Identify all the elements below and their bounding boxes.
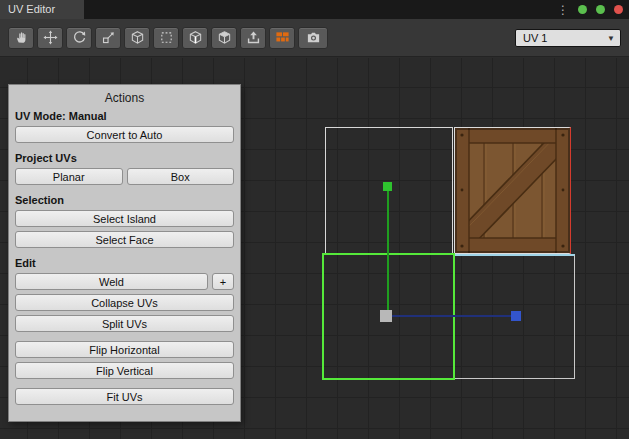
uv-channel-dropdown[interactable]: UV 1 ▼ bbox=[515, 29, 621, 47]
titlebar: UV Editor ⋮ bbox=[0, 0, 629, 19]
window-title: UV Editor bbox=[8, 3, 55, 15]
convert-to-auto-button[interactable]: Convert to Auto bbox=[15, 126, 234, 143]
minimize-button[interactable] bbox=[578, 5, 587, 14]
close-button[interactable] bbox=[614, 5, 623, 14]
uv-quad-textured[interactable] bbox=[454, 127, 571, 254]
camera-screenshot-button[interactable] bbox=[298, 27, 328, 49]
fit-uvs-button[interactable]: Fit UVs bbox=[15, 388, 234, 405]
chevron-down-icon: ▼ bbox=[607, 34, 615, 43]
edge-mode-button[interactable] bbox=[182, 27, 208, 49]
pan-tool-icon bbox=[14, 30, 29, 45]
select-island-button[interactable]: Select Island bbox=[15, 210, 234, 227]
face-mode-button[interactable] bbox=[211, 27, 237, 49]
texture-bricks-icon bbox=[275, 30, 290, 45]
blue-connector-line bbox=[388, 315, 516, 317]
split-uvs-button[interactable]: Split UVs bbox=[15, 315, 234, 332]
uv-editor-window: UV Editor ⋮ bbox=[0, 0, 629, 439]
uv-mode-label: UV Mode: Manual bbox=[15, 110, 234, 122]
section-selection: Selection bbox=[15, 194, 234, 206]
move-tool-icon bbox=[43, 30, 58, 45]
toolbar: UV 1 ▼ bbox=[0, 19, 629, 57]
maximize-button[interactable] bbox=[596, 5, 605, 14]
wooden-crate-texture bbox=[455, 128, 570, 253]
pan-tool-button[interactable] bbox=[8, 27, 34, 49]
weld-settings-button[interactable]: + bbox=[212, 273, 234, 290]
cube-edge-mode-icon bbox=[188, 30, 203, 45]
flip-horizontal-button[interactable]: Flip Horizontal bbox=[15, 341, 234, 358]
window-controls: ⋮ bbox=[557, 0, 623, 19]
weld-button[interactable]: Weld bbox=[15, 273, 208, 290]
blue-vertex-handle[interactable] bbox=[511, 311, 521, 321]
box-button[interactable]: Box bbox=[127, 168, 235, 185]
collapse-uvs-button[interactable]: Collapse UVs bbox=[15, 294, 234, 311]
rotate-tool-button[interactable] bbox=[66, 27, 92, 49]
move-tool-button[interactable] bbox=[37, 27, 63, 49]
object-mode-button[interactable] bbox=[124, 27, 150, 49]
export-uv-button[interactable] bbox=[240, 27, 266, 49]
cube-object-mode-icon bbox=[130, 30, 145, 45]
panel-title: Actions bbox=[15, 91, 234, 105]
actions-panel: Actions UV Mode: Manual Convert to Auto … bbox=[8, 84, 241, 422]
green-connector-line bbox=[387, 189, 389, 316]
select-face-button[interactable]: Select Face bbox=[15, 231, 234, 248]
cube-face-mode-icon bbox=[217, 30, 232, 45]
rotate-tool-icon bbox=[72, 30, 87, 45]
kebab-menu-icon[interactable]: ⋮ bbox=[557, 4, 569, 16]
uv-channel-value: UV 1 bbox=[523, 32, 547, 44]
planar-button[interactable]: Planar bbox=[15, 168, 123, 185]
flip-vertical-button[interactable]: Flip Vertical bbox=[15, 362, 234, 379]
selected-vertex-handle[interactable] bbox=[380, 310, 392, 322]
section-project-uvs: Project UVs bbox=[15, 152, 234, 164]
marquee-vertex-mode-icon bbox=[159, 30, 174, 45]
section-edit: Edit bbox=[15, 257, 234, 269]
camera-icon bbox=[305, 30, 322, 45]
green-vertex-handle[interactable] bbox=[383, 182, 392, 191]
export-uv-icon bbox=[246, 30, 261, 45]
scale-tool-button[interactable] bbox=[95, 27, 121, 49]
vertex-mode-button[interactable] bbox=[153, 27, 179, 49]
tab-uv-editor[interactable]: UV Editor bbox=[0, 0, 84, 19]
scale-tool-icon bbox=[101, 30, 116, 45]
texture-preview-button[interactable] bbox=[269, 27, 295, 49]
